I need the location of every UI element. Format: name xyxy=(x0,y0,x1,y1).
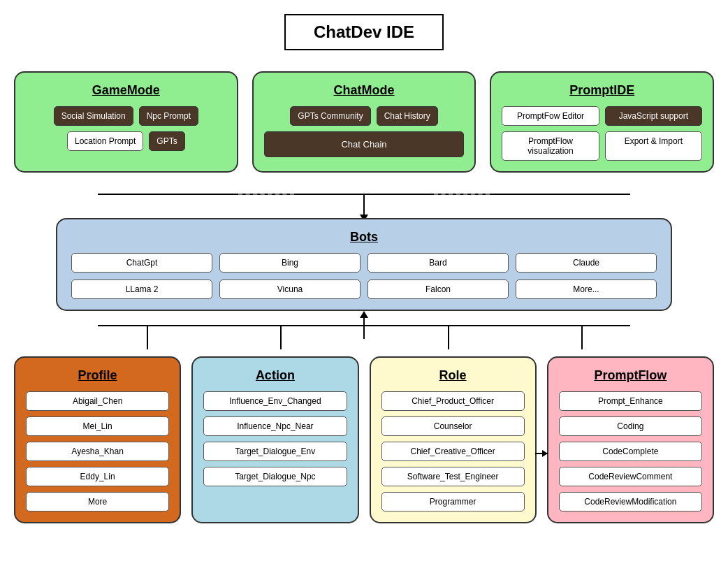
gamemode-title: GameMode xyxy=(26,83,226,98)
role-item-3[interactable]: Software_Test_Engineer xyxy=(381,467,525,486)
action-box: Action Influence_Env_ChangedInfluence_Np… xyxy=(191,356,358,523)
promptide-title: PromptIDE xyxy=(502,83,702,98)
action-item-1[interactable]: Influence_Npc_Near xyxy=(203,416,347,436)
chat-history-btn[interactable]: Chat History xyxy=(377,106,438,126)
bot-btn-3[interactable]: Claude xyxy=(516,253,657,273)
location-prompt-btn[interactable]: Location Prompt xyxy=(67,131,143,151)
gamemode-box: GameMode Social Simulation Npc Prompt Lo… xyxy=(14,71,238,173)
role-box: Role Chief_Product_OfficerCounselorChief… xyxy=(370,356,537,523)
role-title: Role xyxy=(381,368,525,383)
export-import-btn[interactable]: Export & Import xyxy=(605,131,702,161)
promptide-box: PromptIDE PromptFow Editor JavaScript su… xyxy=(490,71,714,173)
profile-item-1[interactable]: Mei_Lin xyxy=(26,416,169,436)
app-title: ChatDev IDE xyxy=(284,14,444,50)
promptflow-item-2[interactable]: CodeComplete xyxy=(559,442,702,461)
bots-box: Bots ChatGptBingBardClaudeLLama 2VicunaF… xyxy=(56,218,672,311)
gpts-community-btn[interactable]: GPTs Community xyxy=(290,106,370,126)
bots-title: Bots xyxy=(71,230,657,245)
bot-btn-4[interactable]: LLama 2 xyxy=(71,280,212,299)
promptflow-title: PromptFlow xyxy=(559,368,702,383)
javascript-support-btn[interactable]: JavaScript support xyxy=(605,106,702,126)
bot-btn-6[interactable]: Falcon xyxy=(367,280,509,299)
profile-item-0[interactable]: Abigail_Chen xyxy=(26,391,169,411)
profile-title: Profile xyxy=(26,368,169,383)
profile-item-3[interactable]: Eddy_Lin xyxy=(26,467,169,486)
action-title: Action xyxy=(203,368,347,383)
role-item-1[interactable]: Counselor xyxy=(381,416,525,436)
action-item-2[interactable]: Target_Dialogue_Env xyxy=(203,442,347,461)
promptflow-viz-btn[interactable]: PromptFlow visualization xyxy=(502,131,599,161)
npc-prompt-btn[interactable]: Npc Prompt xyxy=(139,106,198,126)
action-item-0[interactable]: Influence_Env_Changed xyxy=(203,391,347,411)
profile-item-4[interactable]: More xyxy=(26,492,169,511)
promptflow-editor-btn[interactable]: PromptFow Editor xyxy=(502,106,599,126)
bot-btn-2[interactable]: Bard xyxy=(367,253,509,273)
promptflow-item-4[interactable]: CodeReviewModification xyxy=(559,492,702,511)
social-simulation-btn[interactable]: Social Simulation xyxy=(54,106,133,126)
role-item-2[interactable]: Chief_Creative_Officer xyxy=(381,442,525,461)
chat-chain-btn[interactable]: Chat Chain xyxy=(264,131,465,157)
promptflow-item-0[interactable]: Prompt_Enhance xyxy=(559,391,702,411)
action-item-3[interactable]: Target_Dialogue_Npc xyxy=(203,467,347,486)
promptflow-item-1[interactable]: Coding xyxy=(559,416,702,436)
bot-btn-7[interactable]: More... xyxy=(516,280,657,299)
promptflow-item-3[interactable]: CodeReviewComment xyxy=(559,467,702,486)
promptflow-box: PromptFlow Prompt_EnhanceCodingCodeCompl… xyxy=(547,356,714,523)
role-item-4[interactable]: Programmer xyxy=(381,492,525,511)
bot-btn-0[interactable]: ChatGpt xyxy=(71,253,212,273)
gpts-btn[interactable]: GPTs xyxy=(149,131,184,151)
profile-box: Profile Abigail_ChenMei_LinAyesha_KhanEd… xyxy=(14,356,181,523)
bot-btn-5[interactable]: Vicuna xyxy=(219,280,361,299)
profile-item-2[interactable]: Ayesha_Khan xyxy=(26,442,169,461)
chatmode-box: ChatMode GPTs Community Chat History Cha… xyxy=(252,71,476,173)
chatmode-title: ChatMode xyxy=(264,83,465,98)
bot-btn-1[interactable]: Bing xyxy=(219,253,361,273)
role-item-0[interactable]: Chief_Product_Officer xyxy=(381,391,525,411)
